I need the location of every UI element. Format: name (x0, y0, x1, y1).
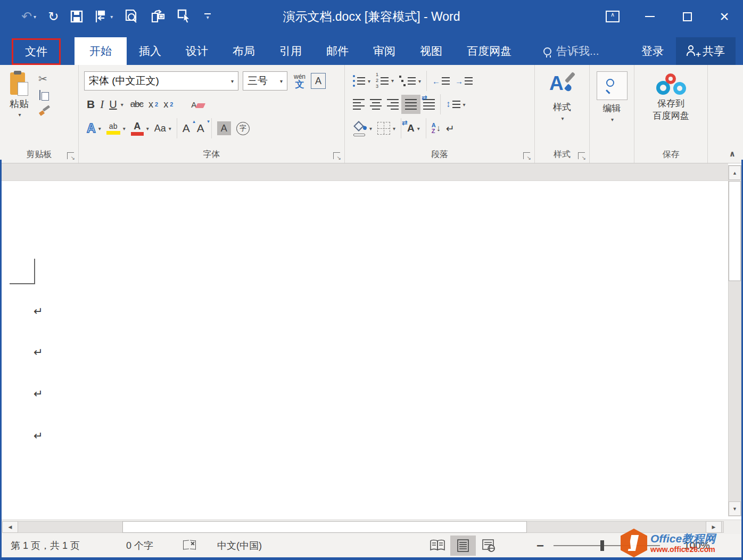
scroll-down-button[interactable]: ▼ (729, 501, 741, 516)
shading-button[interactable]: ▾ (350, 120, 375, 136)
superscript-button[interactable]: x2 (161, 98, 176, 111)
bullets-button[interactable]: ▾ (350, 74, 373, 88)
document-area[interactable]: ↵ ↵ ↵ ↵ ▲ ▼ (0, 163, 743, 520)
tab-mailings[interactable]: 邮件 (314, 37, 361, 65)
line-spacing-button[interactable]: ↕▾ (443, 98, 468, 111)
list-indent-button[interactable]: ▾ (95, 10, 113, 23)
read-mode-button[interactable] (425, 536, 450, 556)
font-dialog-launcher[interactable]: ↘ (333, 152, 340, 159)
tab-view[interactable]: 视图 (408, 37, 455, 65)
tab-file[interactable]: 文件 (12, 38, 61, 65)
language-status[interactable]: 中文(中国) (217, 534, 262, 557)
scroll-left-button[interactable]: ◀ (2, 521, 18, 533)
tab-layout[interactable]: 布局 (220, 37, 267, 65)
text-effects-button[interactable]: A▾ (84, 120, 104, 137)
page-number-status[interactable]: 第 1 页，共 1 页 (11, 534, 80, 557)
clipboard-group: 粘贴 ▾ ✂ 剪贴板 ↘ (0, 65, 79, 163)
character-border-button[interactable]: A (311, 73, 326, 89)
styles-button[interactable]: A 样式 ▾ (535, 69, 589, 121)
watermark-url: www.office26.com (650, 545, 715, 554)
save-button[interactable] (70, 10, 83, 23)
tab-review[interactable]: 审阅 (361, 37, 408, 65)
paste-label: 粘贴 (10, 97, 29, 110)
bold-button[interactable]: B (84, 97, 97, 112)
grow-font-button[interactable]: A▴ (180, 121, 194, 136)
clipboard-dialog-launcher[interactable]: ↘ (67, 152, 74, 159)
mouse-mode-icon (177, 9, 193, 24)
align-left-button[interactable] (350, 98, 367, 111)
cut-button[interactable]: ✂ (38, 72, 47, 85)
customize-qat-button[interactable]: ▾ (204, 13, 211, 20)
phonetic-guide-button[interactable]: wén文 (294, 73, 306, 89)
tab-baidu-netdisk[interactable]: 百度网盘 (455, 37, 524, 65)
share-button[interactable]: × 共享 (676, 37, 736, 65)
italic-button[interactable]: I (97, 97, 106, 112)
redo-button[interactable]: ↻ (48, 10, 59, 23)
multilevel-list-button[interactable]: ▾ (397, 75, 424, 87)
font-color-button[interactable]: A▾ (128, 120, 152, 137)
align-center-button[interactable] (367, 98, 384, 111)
zoom-slider-thumb[interactable] (600, 540, 604, 551)
paragraph-dialog-launcher[interactable]: ↘ (523, 152, 530, 159)
styles-dialog-launcher[interactable]: ↘ (578, 152, 585, 159)
tell-me-box[interactable]: 告诉我... (531, 37, 612, 65)
ribbon-display-options-button[interactable]: ∧ (594, 0, 631, 33)
close-button[interactable]: × (706, 0, 743, 33)
margin-crop-mark-vertical (34, 259, 35, 284)
align-right-button[interactable] (384, 98, 401, 111)
tab-home[interactable]: 开始 (75, 37, 127, 65)
line-spacing-icon (452, 101, 460, 108)
change-case-button[interactable]: Aa▾ (152, 122, 174, 135)
tab-design[interactable]: 设计 (174, 37, 220, 65)
minimize-button[interactable] (631, 0, 668, 33)
collapse-ribbon-button[interactable]: ∧ (729, 149, 736, 159)
save-to-baidu-button[interactable]: 保存到百度网盘 (634, 69, 707, 122)
enclose-characters-button[interactable]: 字 (234, 121, 252, 136)
web-layout-button[interactable] (476, 536, 501, 556)
strikethrough-button[interactable]: abc (128, 98, 146, 111)
vertical-scrollbar[interactable]: ▲ ▼ (728, 165, 741, 516)
asian-layout-button[interactable]: ⇄A▾ (404, 122, 423, 134)
paragraph-group-label: 段落 (345, 149, 534, 160)
undo-button[interactable]: ↶▾ (21, 10, 36, 23)
numbering-button[interactable]: 123▾ (373, 71, 397, 90)
highlight-color-button[interactable]: ab▾ (104, 121, 128, 136)
print-preview-button[interactable] (125, 9, 138, 24)
clear-formatting-button[interactable]: A (188, 99, 207, 110)
underline-button[interactable]: U (106, 97, 119, 112)
character-shading-button[interactable]: A (214, 120, 234, 136)
paragraph-mark: ↵ (34, 305, 43, 318)
justify-button[interactable] (401, 95, 420, 114)
font-name-combobox[interactable]: 宋体 (中文正文)▾ (84, 71, 238, 90)
align-left-icon (353, 99, 365, 110)
decrease-indent-button[interactable]: ← (430, 76, 452, 87)
increase-indent-button[interactable]: → (452, 76, 475, 87)
shrink-font-button[interactable]: A▾ (194, 121, 209, 136)
magnifier-icon (605, 79, 619, 93)
sign-in-button[interactable]: 登录 (629, 37, 676, 65)
print-layout-button[interactable] (450, 536, 476, 556)
editing-button[interactable]: 编辑 ▾ (590, 69, 634, 122)
borders-button[interactable]: ▾ (375, 121, 398, 136)
send-document-button[interactable] (150, 9, 165, 24)
paragraph-mark: ↵ (34, 430, 43, 442)
show-hide-marks-button[interactable]: ↵ (443, 121, 457, 136)
copy-button[interactable] (38, 90, 47, 100)
zoom-out-button[interactable]: − (536, 534, 544, 557)
font-size-combobox[interactable]: 三号▾ (243, 71, 287, 90)
tab-references[interactable]: 引用 (267, 37, 314, 65)
maximize-button[interactable] (668, 0, 706, 33)
tab-insert[interactable]: 插入 (127, 37, 174, 65)
horizontal-scrollbar-thumb[interactable] (122, 521, 527, 533)
subscript-button[interactable]: x2 (146, 98, 161, 111)
sort-button[interactable]: AZ↓ (429, 121, 443, 135)
word-count-status[interactable]: 0 个字 (126, 534, 153, 557)
scroll-up-button[interactable]: ▲ (729, 166, 741, 180)
styles-letter: A (549, 72, 564, 95)
underline-dropdown-icon[interactable]: ▾ (121, 102, 123, 108)
proofing-status-button[interactable] (183, 534, 197, 557)
styles-button-label: 样式 (553, 101, 571, 113)
mouse-mode-button[interactable] (177, 9, 193, 24)
vertical-scrollbar-thumb[interactable] (729, 181, 741, 281)
distribute-button[interactable]: ⇄ (420, 98, 437, 111)
